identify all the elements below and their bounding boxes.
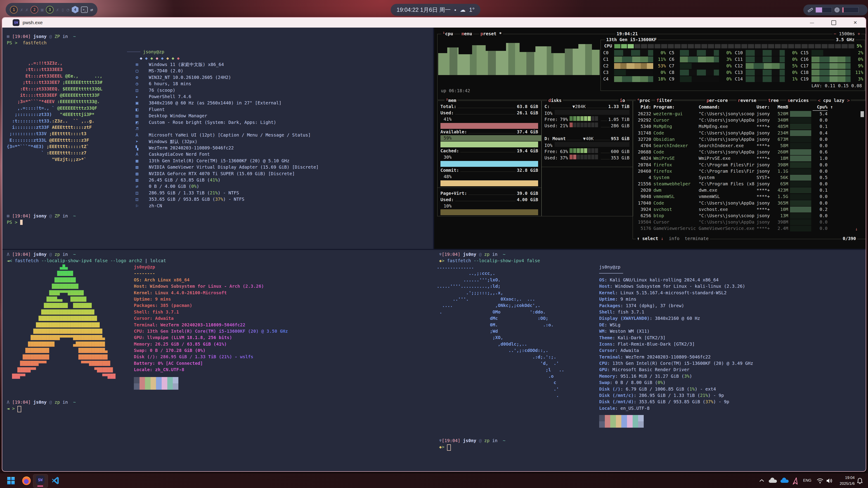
process-row-20784[interactable]: 20784firefox"C:\Program Files\Firjsony39… bbox=[634, 162, 828, 168]
workspace-2-badge[interactable]: 2 bbox=[31, 6, 38, 13]
firefox-icon-dim[interactable]: ◔ bbox=[66, 7, 69, 12]
terminal-line: ───────── bbox=[599, 270, 623, 276]
topbar-clock[interactable]: 19:04:22 1月6日 周一 ● ☁ 1° bbox=[391, 4, 480, 16]
terminal-line: OS: Kali GNU/Linux kali-rolling 2024.4 x… bbox=[599, 277, 753, 283]
btop-proc-footer[interactable]: ↑ select ↓ info terminate bbox=[636, 235, 710, 242]
process-row-5340[interactable]: 5340MsMpEngMsMpEng.exe****+485M0.1 bbox=[634, 123, 828, 130]
terminal-line: ◆> bbox=[439, 444, 505, 450]
btop-tab-mem[interactable]: ²mem bbox=[444, 97, 457, 104]
terminal-line: CPU: 13th Gen Intel(R) Core(TM) i5-13600… bbox=[599, 360, 753, 367]
btop-disk-c: C:▼284K1.33 TiB IO% Free:79%1.05 TiB Use… bbox=[545, 103, 629, 129]
tl-prompt-2[interactable]: ⊞ [19:04] jsony @ ZP in ~PS > bbox=[7, 213, 76, 226]
btop-proc-list[interactable]: 26232wezterm-gui"C:\Users\jsony\scoopjso… bbox=[634, 111, 828, 232]
pane-divider-horizontal[interactable] bbox=[2, 249, 866, 250]
app-icon-dim-1[interactable]: ✗ bbox=[20, 7, 23, 12]
terminal-line: ;::::::::zt33) "4EEEtttji3P* bbox=[7, 111, 102, 118]
btop-cpu-model: 13th Gen i5-13600KF bbox=[605, 37, 658, 43]
terminal-icon[interactable]: >_ bbox=[81, 6, 88, 13]
tray-time: 19:04 bbox=[836, 475, 855, 481]
tray-wifi-icon[interactable] bbox=[816, 477, 824, 484]
workspace-1-badge[interactable]: 1 bbox=[10, 6, 18, 13]
btop-tab-disks[interactable]: disks bbox=[547, 97, 563, 104]
tray-volume-icon[interactable] bbox=[825, 477, 833, 484]
terminal-area[interactable]: ⊞ [19:04] jsony @ ZP in ~PS > fastfetch … bbox=[2, 17, 866, 472]
terminal-line: ◩Custom - Rose bright (System: Dark, App… bbox=[136, 119, 318, 126]
taskbar-wezterm-icon[interactable]: $W bbox=[36, 476, 44, 484]
btop-tab-cpu-lazy[interactable]: < cpu lazy > bbox=[817, 97, 851, 104]
proc-scrollbar-thumb[interactable] bbox=[861, 111, 864, 117]
terminal-icon-dim[interactable]: ▣ bbox=[41, 7, 43, 12]
btop-tab-reverse[interactable]: reverse bbox=[737, 97, 757, 104]
process-row-26232[interactable]: 26232wezterm-gui"C:\Users\jsony\scoopjso… bbox=[634, 111, 828, 117]
app-icon-dim-2[interactable]: ✗ bbox=[25, 7, 28, 12]
btop-tab-menu[interactable]: menu bbox=[460, 31, 473, 37]
btop-proc-header[interactable]: Pid: Program: Command: User: MemB Cpu% ↑ bbox=[634, 104, 833, 111]
process-row-3924[interactable]: 3924svchostsvchost.exe****+10M0.2 bbox=[634, 206, 828, 213]
btop-tab-per-core[interactable]: per-core bbox=[706, 97, 729, 104]
mem-used-bar bbox=[440, 123, 538, 129]
tray-cursor-tool-icon[interactable] bbox=[792, 477, 800, 486]
tl-fastfetch-info: ⊞Windows 11 (家庭中文版) x86_64▢MS-7D40 (2.0)… bbox=[136, 62, 318, 209]
process-row-5176[interactable]: 5176GameViewerServicGameViewerService.ex… bbox=[634, 225, 828, 232]
btop-tab-preset[interactable]: preset * bbox=[479, 31, 503, 37]
process-row-4704[interactable]: 4704SearchIndexerSearchIndexer.exe****+5… bbox=[634, 142, 828, 149]
btop-tab-services[interactable]: services bbox=[786, 97, 810, 104]
process-row-20688[interactable]: 20688Code"C:\Users\jsony\AppDajsony260M0… bbox=[634, 149, 828, 155]
br-prompt-2[interactable]: ♆[19:04] js0ny @ zp in ~◆> bbox=[439, 437, 505, 451]
bl-prompt-2[interactable]: Ʌ [19:04] js0ny @ zp in ~◄ > bbox=[7, 399, 76, 412]
terminal-line: :tt:::tt333EE3 bbox=[7, 66, 102, 73]
terminal-line: Shell: fish 3.7.1 bbox=[599, 309, 753, 315]
dot-separator: ● bbox=[454, 8, 456, 12]
taskbar-vscode-icon[interactable] bbox=[51, 476, 60, 485]
taskbar-firefox-icon[interactable] bbox=[22, 477, 31, 485]
palette-row bbox=[134, 377, 178, 383]
tray-onedrive-blue-icon[interactable] bbox=[780, 480, 788, 483]
terminal-line: Disk (/): 6.79 GiB / 1006.85 GiB (1%) - … bbox=[599, 386, 753, 392]
core-row-C15: C152% bbox=[801, 50, 863, 56]
workspace-3-badge[interactable]: 3 bbox=[46, 6, 54, 13]
tray-clock[interactable]: 19:04 2025/1/6 bbox=[836, 475, 855, 487]
app-icon-dim-3[interactable]: ✗ bbox=[56, 7, 59, 12]
workspace-dock[interactable]: 1 ✗ ✗ 2 ▣ 3 ✗ ▯ ◔ 4 >_ ⇄ bbox=[6, 3, 97, 16]
start-button[interactable] bbox=[7, 477, 15, 485]
process-row-6256[interactable]: 6256btop"C:\Users\jsony\scoopjsony13M0.0 bbox=[634, 213, 828, 219]
process-row-32720[interactable]: 32720Obsidian"C:\Users\jsony\AppDajsony6… bbox=[634, 136, 828, 142]
pane-divider-vertical[interactable] bbox=[433, 28, 434, 250]
btop-tab-filter[interactable]: filter bbox=[655, 97, 673, 104]
terminal-line: ◷6 hours, 18 mins bbox=[136, 81, 318, 87]
btop-tab-io[interactable]: io bbox=[619, 97, 626, 104]
bl-fastfetch-info: js0ny@zp--------OS: Arch Linux x86_64Hos… bbox=[134, 264, 288, 373]
terminal-line: Et:::ztt33EEEL @Ee., .., bbox=[7, 73, 102, 79]
process-row-19504[interactable]: 19504Cursor"C:\Users\jsony\AppDajsony398… bbox=[634, 219, 828, 225]
workspace-4-badge[interactable]: 4 bbox=[72, 6, 79, 13]
terminal-line: i::::::::zt33F AEEEtttt::::ztF bbox=[7, 124, 102, 131]
process-row-4824[interactable]: 4824WmiPrvSEWmiPrvSE.exe****+18M1.0 bbox=[634, 155, 828, 162]
process-row-4[interactable]: 4SystemSystemSYST+56K0.5 bbox=[634, 174, 828, 181]
process-row-20460[interactable]: 20460firefox"C:\Program Files\Firjsony1.… bbox=[634, 168, 828, 174]
swap-arrows-icon[interactable]: ⇄ bbox=[90, 7, 93, 12]
btop-tab-cpu[interactable]: ¹cpu bbox=[441, 31, 454, 37]
btop-cpu-total-meter: CPU 5% bbox=[604, 43, 862, 49]
process-row-21556[interactable]: 21556steamwebhelper"C:\Program Files (x8… bbox=[634, 181, 828, 187]
tray-onedrive-gray-icon[interactable] bbox=[769, 480, 777, 483]
tray-chevron-up-icon[interactable] bbox=[759, 478, 765, 483]
process-row-9048[interactable]: 9048vmmemWSLvmmemWSL****+1.5G0.0 bbox=[634, 193, 828, 200]
process-row-2020[interactable]: 2020dwmdwm.exe****+423M0.1 bbox=[634, 187, 828, 193]
windows-ascii-logo: ,.=:!!t3Z3z., :tt:::tt333EE3 Et:::ztt33E… bbox=[7, 60, 102, 163]
taskbar[interactable] bbox=[0, 473, 868, 488]
tray-notification-bell-icon[interactable] bbox=[857, 477, 863, 485]
btop-tab-proc[interactable]: ⁴proc bbox=[636, 97, 651, 104]
terminal-line: Terminal: WezTerm 20240203-110809-5046fc… bbox=[599, 354, 753, 360]
tray-language-indicator[interactable]: ENG bbox=[803, 478, 811, 483]
btop-tab-tree[interactable]: tree bbox=[767, 97, 780, 104]
mem-page-bar bbox=[440, 209, 538, 215]
process-row-17040[interactable]: 17040Code"C:\Users\jsony\AppDajsony365M0… bbox=[634, 200, 828, 206]
proc-scroll-down-arrow[interactable]: ↓ bbox=[855, 226, 858, 232]
process-row-29292[interactable]: 29292Cursor"C:\Users\jsony\AppDajsony340… bbox=[634, 117, 828, 123]
terminal-line: ▸PowerShell 7.4.6 bbox=[136, 94, 318, 100]
topbar-system-monitor[interactable] bbox=[803, 4, 868, 15]
terminal-line: PS > bbox=[7, 219, 76, 226]
document-icon-dim[interactable]: ▯ bbox=[61, 7, 64, 12]
process-row-31748[interactable]: 31748Code"C:\Users\jsony\AppDajsony234M0… bbox=[634, 130, 828, 136]
btop-interval-control[interactable]: − 1500ms + bbox=[833, 31, 861, 37]
